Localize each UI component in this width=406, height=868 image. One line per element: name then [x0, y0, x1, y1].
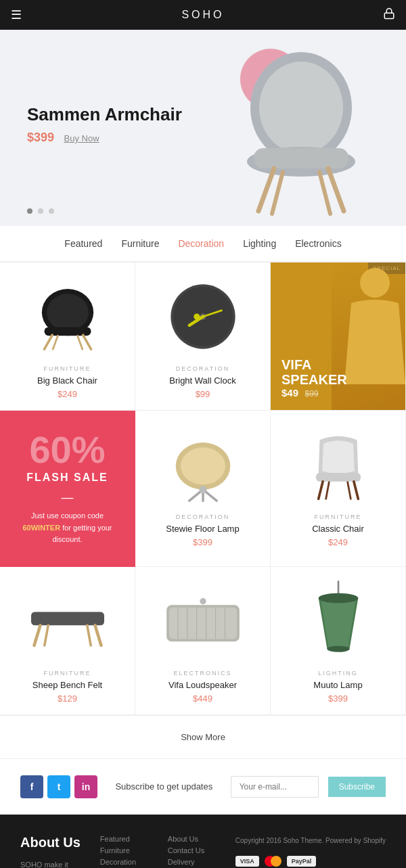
product-name: Stewie Floor Lamp — [166, 524, 239, 534]
product-big-black-chair[interactable]: FURNITURE Big Black Chair $249 — [0, 262, 135, 411]
product-sheep-bench-felt[interactable]: FURNITURE Sheep Bench Felt $129 — [0, 567, 135, 715]
product-category: LIGHTING — [318, 670, 358, 677]
product-name: Vifa Loudspeaker — [168, 680, 237, 690]
product-price: $249 — [58, 389, 77, 399]
promo-percent: 60% — [29, 431, 105, 469]
svg-point-21 — [194, 313, 200, 319]
svg-line-30 — [318, 482, 322, 499]
product-name: Bright Wall Clock — [169, 375, 235, 386]
flash-sale-banner[interactable]: 60% FLASH SALE — Just use coupon code 60… — [0, 411, 135, 567]
svg-line-6 — [328, 168, 344, 211]
svg-rect-29 — [316, 473, 361, 482]
product-classic-chair[interactable]: FURNITURE Classic Chair $249 — [271, 411, 406, 567]
svg-line-37 — [44, 625, 47, 645]
tab-electronics[interactable]: Electronics — [295, 238, 341, 249]
menu-icon[interactable]: ☰ — [11, 7, 22, 22]
svg-rect-40 — [168, 608, 236, 639]
tab-featured[interactable]: Featured — [64, 238, 102, 249]
product-category: FURNITURE — [315, 513, 362, 520]
product-price: $129 — [58, 693, 77, 704]
svg-line-35 — [34, 625, 40, 645]
tab-lighting[interactable]: Lighting — [243, 238, 276, 249]
product-image — [280, 580, 396, 662]
product-image — [9, 580, 125, 662]
paypal-icon: PayPal — [287, 856, 317, 867]
hero-title: Sammen Armchair — [27, 104, 182, 125]
footer-copyright: Copyright 2016 Soho Theme. Powered by Sh… — [235, 835, 386, 846]
product-name: Sheep Bench Felt — [32, 680, 102, 690]
product-muuto-lamp[interactable]: LIGHTING Muuto Lamp $399 — [271, 567, 406, 715]
footer-links-col2: About Us Contact Us Delivery Returns — [168, 835, 222, 868]
svg-point-28 — [199, 486, 206, 493]
svg-line-38 — [87, 625, 90, 645]
visa-icon: VISA — [235, 856, 259, 867]
subscribe-button[interactable]: Subscribe — [328, 777, 386, 797]
tab-furniture[interactable]: Furniture — [121, 238, 159, 249]
tab-decoration[interactable]: Decoration — [178, 238, 224, 249]
product-name: Big Black Chair — [37, 375, 97, 386]
footer-about-text: SOHO make it possible for everyone to cr… — [20, 859, 87, 868]
promo-dash: — — [62, 490, 74, 505]
footer-link-about[interactable]: About Us — [168, 835, 222, 843]
svg-line-13 — [83, 335, 91, 349]
hero-content: Sammen Armchair $399 Buy Now — [27, 104, 182, 145]
logo: SOHO — [181, 9, 224, 21]
product-price: $399 — [328, 693, 348, 704]
product-grid: FURNITURE Big Black Chair $249 DECORATIO… — [0, 262, 406, 715]
product-price: $99 — [196, 389, 210, 399]
email-input[interactable] — [231, 776, 319, 798]
hero-buy-link[interactable]: Buy Now — [64, 133, 99, 143]
product-category: DECORATION — [176, 513, 229, 520]
product-bright-wall-clock[interactable]: DECORATION Bright Wall Clock $99 — [135, 262, 271, 411]
footer-link-featured[interactable]: Featured — [100, 835, 154, 843]
hero-chair-image — [223, 43, 379, 219]
footer-link-furniture[interactable]: Furniture — [100, 846, 154, 854]
product-vifa-loudspeaker[interactable]: ELECTRONICS Vifa Loudspeaker $449 — [135, 567, 271, 715]
svg-line-12 — [44, 335, 52, 349]
product-vifa-speaker-promo[interactable]: SPECIAL VIFA SPEAKER $49 $99 — [271, 262, 406, 411]
product-category: ELECTRONICS — [173, 670, 231, 677]
svg-line-33 — [347, 482, 351, 499]
footer-link-delivery[interactable]: Delivery — [168, 858, 222, 866]
svg-line-14 — [53, 336, 58, 349]
footer-link-decoration[interactable]: Decoration — [100, 858, 154, 866]
svg-line-8 — [319, 172, 330, 214]
svg-point-49 — [318, 593, 358, 603]
dot-1[interactable] — [27, 208, 32, 214]
speaker-price-old: $99 — [304, 389, 318, 398]
product-stewie-floor-lamp[interactable]: DECORATION Stewie Floor Lamp $399 — [135, 411, 271, 567]
footer-about-title: About Us — [20, 835, 87, 850]
instagram-icon[interactable]: in — [74, 775, 97, 798]
cart-icon[interactable] — [383, 7, 395, 23]
promo-text: Just use coupon code 60WINTER for gettin… — [14, 510, 121, 546]
twitter-icon[interactable]: t — [47, 775, 70, 798]
dot-3[interactable] — [49, 208, 54, 214]
svg-line-31 — [353, 482, 357, 499]
svg-line-15 — [77, 336, 82, 349]
svg-point-2 — [259, 62, 343, 154]
product-name: Classic Chair — [312, 524, 364, 534]
product-image — [145, 580, 261, 662]
promo-label: FLASH SALE — [26, 472, 108, 484]
product-image — [9, 276, 125, 357]
footer-right: Copyright 2016 Soho Theme. Powered by Sh… — [235, 835, 386, 868]
footer-link-contact[interactable]: Contact Us — [168, 846, 222, 854]
product-image — [145, 276, 261, 357]
product-image — [280, 424, 396, 505]
footer-links-col1: Featured Furniture Decoration Electronic… — [100, 835, 154, 868]
product-category: FURNITURE — [44, 365, 91, 372]
hero-banner: NEW Sammen Armchair $399 Buy Now — [0, 30, 406, 226]
footer-top: About Us SOHO make it possible for every… — [20, 835, 386, 868]
footer: About Us SOHO make it possible for every… — [0, 815, 406, 868]
show-more-button[interactable]: Show More — [181, 732, 225, 742]
dot-2[interactable] — [38, 208, 43, 214]
hero-price: $399 — [27, 131, 54, 144]
svg-rect-0 — [384, 13, 394, 18]
product-price: $249 — [328, 537, 348, 547]
svg-line-5 — [258, 168, 274, 211]
social-icons: f t in — [20, 775, 97, 798]
facebook-icon[interactable]: f — [20, 775, 43, 798]
footer-about: About Us SOHO make it possible for every… — [20, 835, 87, 868]
show-more-section: Show More — [0, 715, 406, 758]
speaker-name: VIFA SPEAKER — [281, 357, 347, 387]
